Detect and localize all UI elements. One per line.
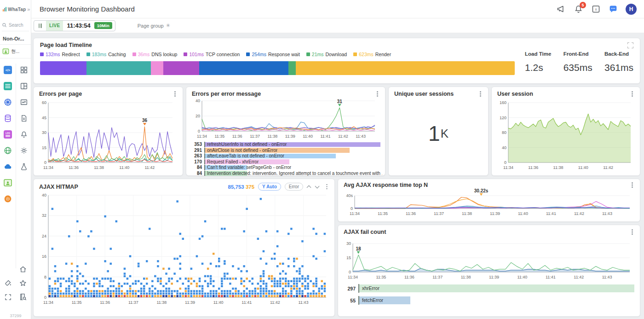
avg-ajax-chart: 040s11:3411:3511:3611:3711:3811:3911:401… <box>338 188 640 219</box>
sidebar-search[interactable]: Search <box>2 19 29 31</box>
sidebar-collapse-icon[interactable]: » <box>27 6 30 12</box>
stat-back-end: Back-End361ms <box>604 50 633 75</box>
svg-text:40: 40 <box>196 99 200 103</box>
svg-text:11:40: 11:40 <box>303 134 313 139</box>
panel-title: Avg AJAX response time top N <box>344 182 428 188</box>
layout-icon[interactable] <box>19 81 29 91</box>
error-message-row[interactable]: 84Intervention detected: intervention. I… <box>191 171 380 176</box>
timeline-legend: 132msRedirect 183msCaching 36msDNS looku… <box>40 50 515 58</box>
chart-widget-icon[interactable] <box>19 98 29 107</box>
settings-gear-icon[interactable] <box>19 146 29 155</box>
panel-ajax-hitmap: AJAX HITMAP 85,753 375 Y Auto Error 0816… <box>33 179 335 317</box>
kebab-menu-icon[interactable] <box>629 91 635 97</box>
svg-text:15: 15 <box>346 255 351 260</box>
svg-text:11:37: 11:37 <box>128 300 138 305</box>
time-range-badge[interactable]: 10Min <box>94 22 112 29</box>
svg-text:11:39: 11:39 <box>185 300 195 305</box>
svg-text:11:34: 11:34 <box>43 300 53 305</box>
support-chat-icon[interactable] <box>608 4 618 14</box>
alert-bell-icon[interactable] <box>19 130 29 139</box>
y-auto-button[interactable]: Y Auto <box>258 183 281 191</box>
panel-avg-ajax-response: Avg AJAX response time top N 040s11:3411… <box>338 179 640 222</box>
svg-text:120: 120 <box>500 116 506 120</box>
kebab-menu-icon[interactable] <box>172 91 178 97</box>
svg-text:11:35: 11:35 <box>72 300 82 305</box>
chevron-up-icon[interactable] <box>307 185 311 189</box>
theme-paint-icon[interactable] <box>3 278 12 288</box>
error-message-row[interactable]: 84Can't find variable: setPageGnb - onEr… <box>191 165 380 170</box>
svg-text:11:43: 11:43 <box>602 211 612 216</box>
browser-monitoring-icon-active[interactable] <box>3 178 12 187</box>
log-monitoring-icon[interactable]: LOG <box>3 130 12 139</box>
chevron-down-icon[interactable] <box>315 185 320 189</box>
expand-icon[interactable] <box>627 42 633 48</box>
svg-text:11:35: 11:35 <box>376 275 386 279</box>
server-monitoring-icon[interactable] <box>3 81 12 91</box>
page-group-asterisk-icon: ✳ <box>166 23 170 29</box>
ajax-fail-list: 297xhrError 55fetchError <box>338 282 640 305</box>
url-monitoring-icon[interactable] <box>3 146 12 155</box>
timeline-title: Page load Timeline <box>40 42 92 48</box>
notification-bell-icon[interactable]: 5 <box>573 4 583 14</box>
timeline-stats: Load Time1.2s Front-End635ms Back-End361… <box>515 50 633 75</box>
favorites-star-icon[interactable] <box>18 278 28 288</box>
top-header: Browser Monitoring Dashboard 5 i H <box>31 0 644 18</box>
changelog-calendar-icon[interactable]: i <box>591 4 601 14</box>
svg-text:11:38: 11:38 <box>461 275 471 279</box>
dashboard-grid-icon[interactable] <box>19 65 29 75</box>
svg-text:80: 80 <box>502 130 506 135</box>
kebab-menu-icon[interactable] <box>374 91 380 97</box>
svg-text:160: 160 <box>500 100 506 105</box>
sidebar-bottom-right <box>15 265 31 302</box>
kebab-menu-icon[interactable] <box>323 184 330 190</box>
legend-item: 623msRender <box>353 52 391 57</box>
svg-text:11:42: 11:42 <box>144 165 155 170</box>
svg-text:11:41: 11:41 <box>321 134 331 139</box>
error-message-row[interactable]: 353refreshUserInfo is not defined - onEr… <box>191 142 380 147</box>
svg-text:0: 0 <box>349 270 351 274</box>
svg-text:0: 0 <box>44 160 46 165</box>
error-filter-button[interactable]: Error <box>285 183 303 191</box>
logo-bars-icon <box>3 7 6 12</box>
svg-text:8: 8 <box>44 275 46 279</box>
live-indicator[interactable]: LIVE <box>46 21 63 31</box>
svg-text:11:38: 11:38 <box>553 165 564 170</box>
legend-item: 101msTCP connection <box>184 52 240 57</box>
kebab-menu-icon[interactable] <box>629 229 635 235</box>
infra-disk-icon[interactable] <box>3 194 12 203</box>
svg-text:11:34: 11:34 <box>348 275 358 279</box>
ajax-fail-row[interactable]: 55fetchError <box>344 296 634 305</box>
experiment-flask-icon[interactable] <box>19 162 29 171</box>
doc-search-icon[interactable] <box>18 292 28 302</box>
page-group-label: Page group <box>138 23 164 29</box>
svg-text:11:42: 11:42 <box>270 300 280 305</box>
kebab-menu-icon[interactable] <box>629 182 635 188</box>
page-group-selector[interactable]: Page group ✳ <box>138 23 170 29</box>
error-message-row[interactable]: 291onAirClose is not defined - onError <box>191 148 380 153</box>
svg-text:30.22s: 30.22s <box>474 188 489 193</box>
report-document-icon[interactable] <box>19 114 29 123</box>
panel-title: User session <box>497 91 533 97</box>
sidebar-section-label[interactable]: Non-Or... <box>0 32 31 45</box>
fullscreen-icon[interactable] <box>3 292 12 302</box>
ajax-hitmap-chart[interactable]: 081624324011:3411:3511:3611:3711:3811:39… <box>34 192 334 307</box>
whatap-logo[interactable]: WhaTap » <box>0 0 31 18</box>
page-title: Browser Monitoring Dashboard <box>40 5 135 13</box>
announcement-megaphone-icon[interactable] <box>556 4 566 14</box>
legend-item: 21msDownload <box>306 52 347 57</box>
user-avatar[interactable]: H <box>626 4 637 15</box>
error-message-row[interactable]: 170Request Failed - xhrError <box>191 159 380 165</box>
svg-text:</>: </> <box>6 69 10 72</box>
svg-text:11:36: 11:36 <box>232 134 242 139</box>
ajax-fail-row[interactable]: 297xhrError <box>344 284 634 293</box>
pause-button[interactable] <box>34 21 46 31</box>
sidebar-project-item[interactable]: 현... <box>0 45 31 58</box>
kubernetes-icon[interactable] <box>3 98 12 107</box>
database-icon[interactable] <box>3 114 12 123</box>
cloud-monitoring-icon[interactable] <box>3 162 12 171</box>
app-monitoring-icon[interactable]: </> <box>3 65 12 75</box>
svg-text:11:34: 11:34 <box>43 165 53 170</box>
error-message-row[interactable]: 263afterLeaveTab is not defined - onErro… <box>191 153 380 159</box>
home-icon[interactable] <box>18 265 28 274</box>
kebab-menu-icon[interactable] <box>477 91 483 97</box>
